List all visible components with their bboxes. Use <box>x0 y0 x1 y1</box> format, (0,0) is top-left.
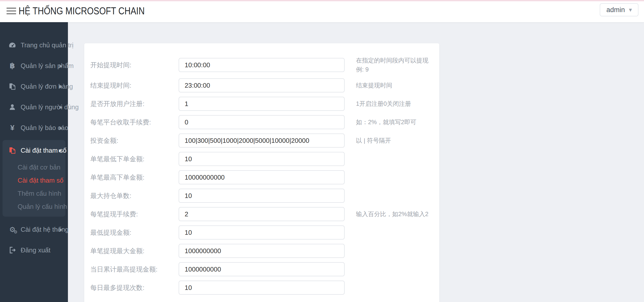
gauge-icon <box>7 41 18 49</box>
sidebar-subitem-1[interactable]: Cài đặt tham số <box>3 174 65 187</box>
sidebar-item-label: Quản lý người dùng <box>21 103 79 111</box>
chevron-right-icon: ▸ <box>59 124 62 131</box>
user-icon <box>7 103 18 111</box>
form-row-3: 每笔平台收取手续费: 如：2%，就填写2即可 <box>90 115 433 129</box>
sidebar-active-group: Cài đặt tham số ▸ Cài đặt cơ bản Cài đặt… <box>3 140 65 217</box>
field-input-5[interactable] <box>179 152 345 166</box>
sidebar: Trang chủ quản trị ▸ ฿ Quản lý sản phẩm … <box>0 22 68 302</box>
sidebar-item-5[interactable]: Cài đặt tham số ▸ <box>3 140 65 161</box>
field-label: 当日累计最高提现金额: <box>90 265 179 274</box>
chevron-right-icon: ▸ <box>59 62 62 69</box>
field-hint: 输入百分比，如2%就输入2 <box>356 210 433 219</box>
field-hint: 如：2%，就填写2即可 <box>356 118 433 127</box>
field-hint: 1开启注册0关闭注册 <box>356 99 433 108</box>
sidebar-subitem-0[interactable]: Cài đặt cơ bản <box>3 161 65 174</box>
sidebar-item-1[interactable]: ฿ Quản lý sản phẩm ▸ <box>0 55 68 76</box>
field-label: 是否开放用户注册: <box>90 99 179 108</box>
page-title: HỆ THỐNG MICROSOFT CHAIN <box>19 0 145 22</box>
settings-form-card: 开始提现时间: 在指定的时间段内可以提现 例: 9 结束提现时间: 结束提现时间… <box>84 43 439 302</box>
field-input-11[interactable] <box>179 262 345 276</box>
field-input-10[interactable] <box>179 244 345 258</box>
field-input-9[interactable] <box>179 225 345 240</box>
field-input-1[interactable] <box>179 78 345 92</box>
field-input-2[interactable] <box>179 97 345 111</box>
field-label: 单笔最高下单金额: <box>90 173 179 182</box>
chevron-right-icon: ▸ <box>59 147 62 154</box>
chevron-right-icon: ▸ <box>59 104 62 111</box>
chevron-right-icon: ▸ <box>59 226 62 233</box>
sidebar-item-label: Đăng xuất <box>21 246 51 254</box>
field-hint: 结束提现时间 <box>356 81 433 90</box>
form-row-10: 单笔提现最大金额: <box>90 244 433 258</box>
sidebar-item-2[interactable]: Quản lý đơn hàng ▸ <box>0 76 68 97</box>
yen-icon: ¥ <box>7 124 18 131</box>
form-row-4: 投资金额: 以 | 符号隔开 <box>90 133 433 148</box>
files-icon <box>7 146 18 154</box>
field-label: 结束提现时间: <box>90 81 179 90</box>
field-hint: 在指定的时间段内可以提现 例: 9 <box>356 56 433 74</box>
field-label: 每笔提现手续费: <box>90 210 179 219</box>
field-hint: 以 | 符号隔开 <box>356 136 433 145</box>
field-input-4[interactable] <box>179 133 345 148</box>
field-input-8[interactable] <box>179 207 345 221</box>
sidebar-nav: Trang chủ quản trị ▸ ฿ Quản lý sản phẩm … <box>0 35 68 260</box>
field-label: 单笔最低下单金额: <box>90 155 179 163</box>
main-content: 开始提现时间: 在指定的时间段内可以提现 例: 9 结束提现时间: 结束提现时间… <box>68 22 644 302</box>
user-name: admin <box>606 6 625 14</box>
gears-icon: ⚙⚙ <box>7 226 18 233</box>
field-label: 最大持仓单数: <box>90 191 179 200</box>
sidebar-subitem-2[interactable]: Thêm cấu hình <box>3 187 65 200</box>
form-row-9: 最低提现金额: <box>90 225 433 240</box>
field-input-6[interactable] <box>179 170 345 184</box>
settings-form: 开始提现时间: 在指定的时间段内可以提现 例: 9 结束提现时间: 结束提现时间… <box>90 56 433 295</box>
form-row-8: 每笔提现手续费: 输入百分比，如2%就输入2 <box>90 207 433 221</box>
form-row-12: 每日最多提现次数: <box>90 281 433 295</box>
caret-down-icon: ▾ <box>629 7 632 13</box>
sidebar-item-3[interactable]: Quản lý người dùng ▸ <box>0 97 68 117</box>
form-row-2: 是否开放用户注册: 1开启注册0关闭注册 <box>90 97 433 111</box>
field-label: 开始提现时间: <box>90 61 179 70</box>
form-row-1: 结束提现时间: 结束提现时间 <box>90 78 433 92</box>
field-label: 每笔平台收取手续费: <box>90 118 179 127</box>
signout-icon <box>7 246 18 254</box>
chevron-right-icon: ▸ <box>59 83 62 90</box>
form-row-5: 单笔最低下单金额: <box>90 152 433 166</box>
field-label: 最低提现金额: <box>90 228 179 237</box>
bitcoin-icon: ฿ <box>7 62 18 70</box>
field-label: 单笔提现最大金额: <box>90 247 179 255</box>
form-row-7: 最大持仓单数: <box>90 189 433 203</box>
user-dropdown[interactable]: admin ▾ <box>600 3 638 16</box>
sidebar-item-label: Trang chủ quản trị <box>21 41 73 49</box>
sidebar-item-label: Quản lý đơn hàng <box>21 83 73 90</box>
sidebar-item-4[interactable]: ¥ Quản lý báo cáo ▸ <box>0 117 68 138</box>
hamburger-icon[interactable] <box>7 8 16 15</box>
field-input-12[interactable] <box>179 281 345 295</box>
form-row-0: 开始提现时间: 在指定的时间段内可以提现 例: 9 <box>90 56 433 74</box>
sidebar-item-7[interactable]: Đăng xuất ▸ <box>0 240 68 260</box>
field-label: 每日最多提现次数: <box>90 283 179 292</box>
files-icon <box>7 82 18 90</box>
field-input-7[interactable] <box>179 189 345 203</box>
top-accent-line <box>0 0 644 1</box>
sidebar-subitem-3[interactable]: Quản lý cấu hình <box>3 200 65 213</box>
header: HỆ THỐNG MICROSOFT CHAIN admin ▾ <box>0 0 644 22</box>
field-label: 投资金额: <box>90 136 179 145</box>
field-input-3[interactable] <box>179 115 345 129</box>
sidebar-item-label: Quản lý sản phẩm <box>21 62 74 70</box>
sidebar-item-0[interactable]: Trang chủ quản trị ▸ <box>0 35 68 55</box>
form-row-6: 单笔最高下单金额: <box>90 170 433 184</box>
form-row-11: 当日累计最高提现金额: <box>90 262 433 276</box>
sidebar-item-6[interactable]: ⚙⚙ Cài đặt hệ thống ▸ <box>0 219 68 240</box>
field-input-0[interactable] <box>179 58 345 72</box>
